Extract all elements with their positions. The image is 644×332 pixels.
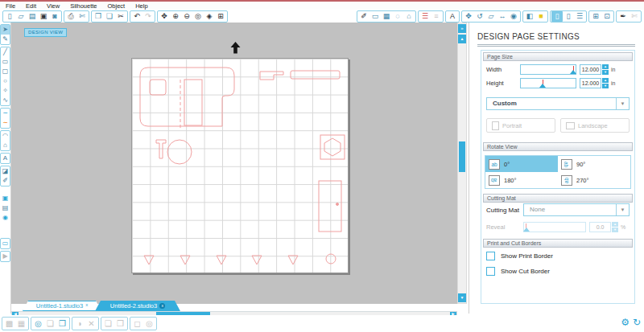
pan-icon[interactable]: ✥: [159, 11, 170, 22]
redo-icon[interactable]: ↷: [142, 11, 154, 22]
rounded-rectangle-tool-icon[interactable]: ▢: [1, 67, 10, 76]
transform-move-icon[interactable]: ✥: [463, 11, 474, 22]
menu-edit[interactable]: Edit: [26, 2, 36, 10]
text-style-icon[interactable]: A: [447, 11, 458, 22]
cutting-mat-dropdown[interactable]: None ▼: [523, 203, 630, 216]
fit-to-page-icon[interactable]: ⊞: [215, 11, 226, 22]
copy-icon[interactable]: ❐: [93, 11, 104, 22]
vertical-scroll-thumb[interactable]: [459, 141, 465, 172]
design-page-settings-panel-icon[interactable]: ▯: [551, 11, 563, 22]
polygon-tool-icon[interactable]: ✧: [1, 86, 10, 96]
zoom-selected-icon[interactable]: ◎: [32, 318, 44, 330]
delete-icon[interactable]: ✕: [85, 318, 97, 330]
freehand-tool-icon[interactable]: ∼: [1, 109, 10, 118]
tab-close-icon[interactable]: x: [85, 302, 88, 307]
reveal-spin-up[interactable]: ▲: [612, 222, 618, 227]
height-value-input[interactable]: 12.000: [580, 78, 601, 88]
cutting-page[interactable]: [131, 58, 349, 273]
scroll-up-button[interactable]: ▲: [458, 35, 466, 43]
knife-tool-icon[interactable]: ✐: [1, 176, 10, 186]
zoom-in-icon[interactable]: ⊕: [170, 11, 181, 22]
lines-panel-icon[interactable]: ☰: [574, 11, 585, 22]
design-canvas[interactable]: DESIGN VIEW: [11, 23, 457, 304]
regular-polygon-tool-icon[interactable]: ⌂: [1, 141, 10, 150]
width-spin-down[interactable]: ▼: [602, 70, 609, 75]
shape-flag-tab[interactable]: [260, 72, 283, 80]
design-view-icon[interactable]: ▣: [1, 194, 10, 203]
polygon-cut-icon[interactable]: ⌂: [403, 11, 415, 22]
shape-triangle-mark-5[interactable]: [288, 256, 298, 264]
reveal-spin-down[interactable]: ▼: [612, 227, 618, 232]
rotate-0-button[interactable]: ab 0°: [485, 156, 558, 172]
tab-untitled-1[interactable]: Untitled-1.studio3 x: [23, 301, 101, 311]
reveal-slider-handle[interactable]: [523, 227, 530, 232]
group-icon[interactable]: ❏: [102, 318, 114, 330]
new-document-icon[interactable]: ▯: [4, 11, 15, 22]
shape-tall-rect[interactable]: [319, 181, 341, 232]
rotate-90-button[interactable]: ab 90°: [558, 156, 630, 172]
align-icon[interactable]: ↔: [497, 11, 508, 22]
page-settings-icon[interactable]: ■: [535, 11, 547, 22]
ungroup-icon[interactable]: ❐: [114, 318, 126, 330]
zoom-selection-icon[interactable]: ◎: [192, 11, 204, 22]
zoom-out-icon[interactable]: ⊖: [181, 11, 192, 22]
menu-view[interactable]: View: [47, 2, 60, 10]
save-icon[interactable]: ▣: [38, 11, 49, 22]
save-as-icon[interactable]: ◙: [49, 11, 60, 22]
store-view-icon[interactable]: ▤: [1, 203, 10, 213]
send-cut-icon[interactable]: ✄: [629, 11, 640, 22]
mirror-icon[interactable]: ❐: [56, 318, 68, 330]
line-style-icon[interactable]: ≡: [431, 11, 442, 22]
height-spin-up[interactable]: ▲: [602, 78, 609, 83]
shape-long-bar[interactable]: [291, 71, 340, 79]
target-icon[interactable]: ◎: [143, 318, 155, 330]
select-all-icon[interactable]: ▩: [3, 318, 15, 330]
rectangle-tool-icon[interactable]: ▭: [1, 57, 10, 67]
grid-settings-icon[interactable]: ⊞: [590, 11, 601, 22]
tab-close-icon[interactable]: x: [159, 303, 165, 309]
height-slider[interactable]: [520, 78, 576, 88]
shape-large-rounded-outline[interactable]: [140, 68, 234, 126]
reveal-value-input[interactable]: 0.0: [589, 222, 611, 232]
width-spin-up[interactable]: ▲: [602, 64, 609, 69]
shape-hexagon[interactable]: [324, 138, 341, 156]
vertical-scrollbar[interactable]: » ▲ ▼: [457, 23, 467, 304]
blank-panel-icon[interactable]: ▯: [563, 11, 574, 22]
undo-icon[interactable]: ↶: [131, 11, 142, 22]
tab-untitled-2[interactable]: Untitled-2.studio3 x: [95, 301, 180, 311]
height-slider-handle[interactable]: [539, 84, 546, 88]
width-slider-handle[interactable]: [570, 70, 576, 74]
width-value-input[interactable]: 12.000: [580, 64, 601, 75]
image-effects-icon[interactable]: ◧: [524, 11, 535, 22]
collapse-panel-button[interactable]: »: [458, 24, 466, 33]
shape-circle[interactable]: [167, 140, 192, 164]
library-view-icon[interactable]: ◉: [1, 213, 10, 223]
fill-shape-icon[interactable]: ◻: [131, 318, 143, 330]
shape-small-circle-mark[interactable]: [326, 254, 336, 264]
curve-tool-icon[interactable]: ∿: [1, 96, 10, 105]
eraser-tool-icon[interactable]: ◪: [1, 166, 10, 176]
menu-help[interactable]: Help: [135, 2, 147, 10]
scale-icon[interactable]: ▱: [485, 11, 497, 22]
pen-tool-icon[interactable]: ✒: [617, 11, 629, 22]
trace-icon[interactable]: ◌: [392, 11, 403, 22]
arc-tool-icon[interactable]: ◠: [1, 131, 10, 141]
scroll-down-button[interactable]: ▼: [458, 293, 466, 302]
shape-letter-t[interactable]: [156, 140, 166, 158]
rotate-270-button[interactable]: ab 270°: [558, 172, 630, 188]
duplicate-icon[interactable]: ❏: [44, 318, 56, 330]
shape-triangle-mark-1[interactable]: [144, 256, 154, 264]
refresh-icon[interactable]: ↻: [633, 317, 641, 328]
show-cut-border-checkbox[interactable]: [486, 267, 495, 276]
height-spin-down[interactable]: ▼: [602, 84, 609, 88]
menu-file[interactable]: File: [6, 2, 15, 10]
page-size-preset-dropdown[interactable]: Custom ▼: [486, 97, 630, 110]
reveal-slider[interactable]: [523, 222, 586, 232]
expand-panel-icon[interactable]: ▶: [1, 252, 10, 261]
rotate-180-button[interactable]: ab 180°: [485, 172, 558, 188]
smooth-freehand-tool-icon[interactable]: ∼: [1, 118, 10, 128]
portrait-button[interactable]: Portrait: [486, 118, 555, 133]
rotate-icon[interactable]: ↺: [474, 11, 485, 22]
edit-points-tool-icon[interactable]: ✎: [1, 35, 10, 44]
preview-page-icon[interactable]: ▭: [1, 239, 10, 248]
